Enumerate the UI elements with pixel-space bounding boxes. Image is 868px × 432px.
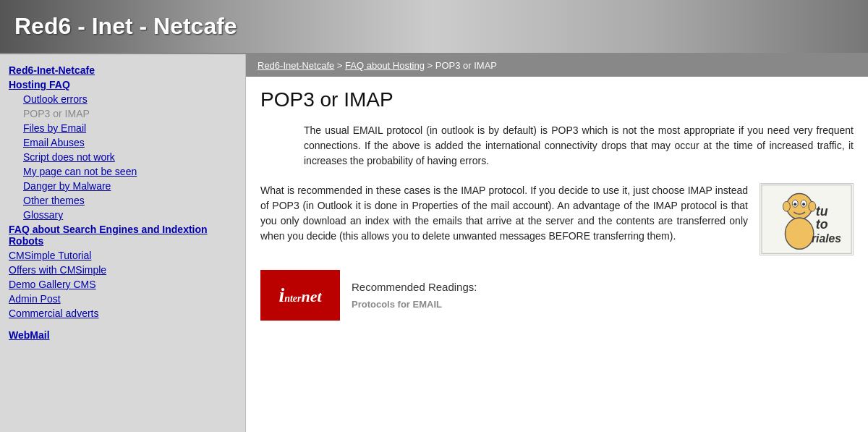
first-paragraph-text: The usual EMAIL protocol (in outlook is …	[260, 123, 854, 169]
sidebar: Red6-Inet-Netcafe Hosting FAQ Outlook er…	[0, 54, 246, 432]
sidebar-item-other-themes[interactable]: Other themes	[20, 193, 239, 208]
sidebar-item-glossary[interactable]: Glossary	[20, 208, 239, 222]
paragraph1: The usual EMAIL protocol (in outlook is …	[304, 123, 854, 169]
sidebar-item-cmsimple-tutorial[interactable]: CMSimple Tutorial	[6, 248, 239, 263]
content-body: The usual EMAIL protocol (in outlook is …	[260, 123, 854, 321]
sidebar-item-commercial-adverts[interactable]: Commercial adverts	[6, 306, 239, 321]
breadcrumb-link-faq[interactable]: FAQ about Hosting	[345, 60, 425, 71]
sidebar-item-webmail[interactable]: WebMail	[6, 321, 239, 342]
recommended-link[interactable]: Protocols for EMAIL	[352, 297, 477, 312]
svg-point-6	[802, 203, 805, 206]
recommended-title: Recommended Readings:	[352, 279, 477, 296]
page-title: POP3 or IMAP	[260, 88, 854, 111]
breadcrumb: Red6-Inet-Netcafe > FAQ about Hosting > …	[246, 54, 868, 77]
header: Red6 - Inet - Netcafe	[0, 0, 868, 54]
sidebar-item-outlook-errors[interactable]: Outlook errors	[20, 92, 239, 106]
recommended-row: i nter net Recommended Readings: Protoco…	[260, 270, 854, 321]
sidebar-subitems: Outlook errors POP3 or IMAP Files by Ema…	[6, 92, 239, 222]
breadcrumb-sep1: >	[337, 60, 345, 71]
svg-point-5	[793, 203, 796, 206]
svg-point-9	[785, 218, 813, 249]
paragraph2: What is recommended in these cases is th…	[260, 183, 748, 244]
sidebar-item-faq-search[interactable]: FAQ about Search Engines and Indextion R…	[6, 222, 239, 248]
internet-logo: i nter net	[260, 270, 340, 321]
sidebar-item-pop3-imap: POP3 or IMAP	[20, 106, 239, 121]
sidebar-item-files-by-email[interactable]: Files by Email	[20, 121, 239, 135]
tutorial-image: tu to riales	[760, 183, 854, 255]
svg-point-7	[783, 201, 791, 211]
sidebar-item-top[interactable]: Red6-Inet-Netcafe	[6, 63, 239, 77]
breadcrumb-current: > POP3 or IMAP	[427, 60, 497, 71]
sidebar-item-hosting-faq[interactable]: Hosting FAQ	[6, 77, 239, 92]
sidebar-item-my-page-not-seen[interactable]: My page can not be seen	[20, 164, 239, 179]
sidebar-item-danger-malware[interactable]: Danger by Malware	[20, 179, 239, 193]
second-paragraph-block: What is recommended in these cases is th…	[260, 183, 854, 255]
logo-net-text: net	[302, 284, 322, 308]
sidebar-item-demo-gallery[interactable]: Demo Gallery CMS	[6, 277, 239, 292]
layout: Red6-Inet-Netcafe Hosting FAQ Outlook er…	[0, 54, 868, 432]
first-paragraph-block: The usual EMAIL protocol (in outlook is …	[260, 123, 854, 169]
main-content: Red6-Inet-Netcafe > FAQ about Hosting > …	[246, 54, 868, 432]
breadcrumb-link-home[interactable]: Red6-Inet-Netcafe	[258, 60, 334, 71]
content-area: POP3 or IMAP The usual EMAIL protocol (i…	[246, 77, 868, 332]
site-title: Red6 - Inet - Netcafe	[14, 13, 854, 40]
logo-i-letter: i	[278, 280, 284, 310]
logo-nter-text: nter	[284, 291, 301, 306]
svg-text:riales: riales	[812, 232, 841, 245]
protocols-link[interactable]: Protocols for EMAIL	[352, 299, 442, 310]
second-paragraph-text: What is recommended in these cases is th…	[260, 183, 748, 244]
sidebar-item-offers-cmsimple[interactable]: Offers with CMSimple	[6, 263, 239, 277]
sidebar-item-script-does-not-work[interactable]: Script does not work	[20, 150, 239, 164]
svg-text:to: to	[816, 217, 828, 232]
svg-point-8	[809, 201, 816, 211]
recommended-text-block: Recommended Readings: Protocols for EMAI…	[352, 279, 477, 311]
sidebar-item-admin-post[interactable]: Admin Post	[6, 292, 239, 306]
sidebar-item-email-abuses[interactable]: Email Abuses	[20, 135, 239, 150]
